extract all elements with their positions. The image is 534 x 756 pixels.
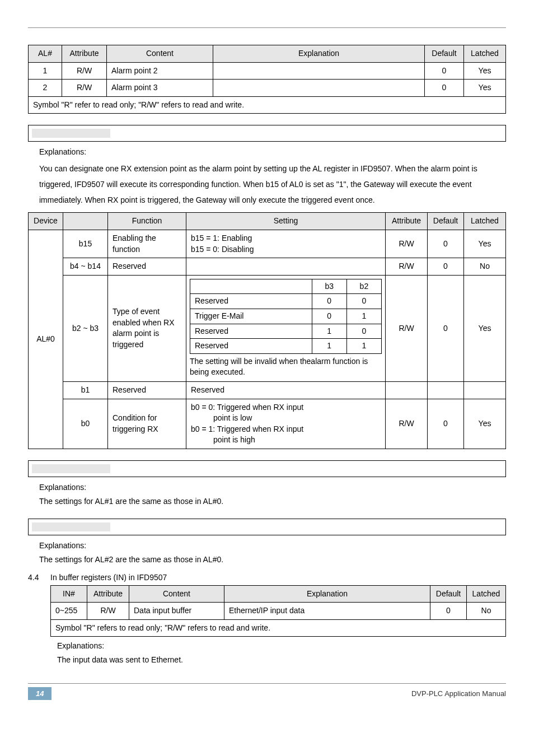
- header-rule: [28, 22, 506, 28]
- cell: Reserved: [190, 324, 312, 339]
- th: IN#: [51, 585, 87, 603]
- cell: b2: [346, 279, 381, 294]
- manual-title: DVP-PLC Application Manual: [411, 689, 506, 698]
- explanation-para: The settings for AL#2 are the same as th…: [39, 553, 506, 566]
- table-row: 0~255 R/W Data input buffer Ethernet/IP …: [51, 603, 506, 620]
- page-number: 14: [28, 687, 51, 700]
- cell: 1: [312, 339, 346, 354]
- device-table: Device Function Setting Attribute Defaul…: [28, 212, 506, 449]
- table-footnote: Symbol "R" refers to read only; "R/W" re…: [51, 619, 506, 637]
- cell: 0: [425, 80, 464, 97]
- explanations-heading: Explanations:: [57, 641, 506, 650]
- cell: [186, 258, 386, 276]
- th: Default: [428, 213, 464, 230]
- th: Device: [29, 213, 63, 230]
- cell: b3: [312, 279, 346, 294]
- th: Function: [108, 213, 186, 230]
- bit-subtable: b3 b2 Reserved 0 0 Trigger E-Mail 0 1 Re…: [190, 279, 382, 354]
- cell: 0: [428, 230, 464, 258]
- subtable-note: The setting will be invalid when thealar…: [190, 356, 382, 378]
- gray-bar: [32, 129, 110, 138]
- th: Latched: [467, 585, 506, 603]
- cell: b3 b2 Reserved 0 0 Trigger E-Mail 0 1 Re…: [186, 275, 386, 381]
- cell: 0~255: [51, 603, 87, 620]
- th: Attribute: [386, 213, 428, 230]
- cell: Yes: [464, 80, 506, 97]
- th: Content: [129, 585, 224, 603]
- cell: Reserved: [190, 339, 312, 354]
- cell: R/W: [386, 399, 428, 449]
- th-al: AL#: [29, 45, 62, 63]
- cell: Reserved: [186, 381, 386, 399]
- cell: b2 ~ b3: [63, 275, 108, 381]
- th: Explanation: [224, 585, 430, 603]
- cell: Type of event enabled when RX alarm poin…: [108, 275, 186, 381]
- cell: R/W: [87, 603, 129, 620]
- cell: Yes: [464, 62, 506, 80]
- cell: 0: [425, 62, 464, 80]
- section-title: In buffer registers (IN) in IFD9507: [50, 573, 167, 582]
- explanations-heading: Explanations:: [39, 147, 506, 156]
- cell: [213, 80, 425, 97]
- cell: [428, 381, 464, 399]
- cell: Yes: [464, 399, 506, 449]
- cell: No: [464, 258, 506, 276]
- cell: 0: [312, 294, 346, 309]
- th-expl: Explanation: [213, 45, 425, 63]
- table-row: 1 R/W Alarm point 2 0 Yes: [29, 62, 506, 80]
- setting-line: b15 = 1: Enabling: [191, 234, 252, 242]
- section-heading: 4.4 In buffer registers (IN) in IFD9507: [28, 573, 506, 582]
- cell: R/W: [386, 275, 428, 381]
- explanation-para: The settings for AL#1 are the same as th…: [39, 495, 506, 507]
- cell: Alarm point 3: [107, 80, 213, 97]
- cell: R/W: [62, 80, 107, 97]
- th: [63, 213, 108, 230]
- cell: 2: [29, 80, 62, 97]
- th-attr: Attribute: [62, 45, 107, 63]
- cell: b1: [63, 381, 108, 399]
- cell: 1: [29, 62, 62, 80]
- cell: R/W: [386, 258, 428, 276]
- cell: [190, 279, 312, 294]
- cell: Reserved: [108, 258, 186, 276]
- explanations-heading: Explanations:: [39, 541, 506, 550]
- setting-line: point is low: [191, 413, 252, 422]
- setting-line: point is high: [191, 435, 255, 444]
- table-row: b0 Condition for triggering RX b0 = 0: T…: [29, 399, 506, 449]
- table-row: b1 Reserved Reserved: [29, 381, 506, 399]
- cell: Enabling the function: [108, 230, 186, 258]
- alarm-table: AL# Attribute Content Explanation Defaul…: [28, 45, 506, 114]
- th-content: Content: [107, 45, 213, 63]
- cell: Yes: [464, 230, 506, 258]
- table-row: b2 ~ b3 Type of event enabled when RX al…: [29, 275, 506, 381]
- cell: 0: [312, 309, 346, 324]
- page-footer: 14 DVP-PLC Application Manual: [28, 683, 506, 700]
- cell: No: [467, 603, 506, 620]
- cell: [464, 381, 506, 399]
- cell: Yes: [464, 275, 506, 381]
- table-row: b4 ~ b14 Reserved R/W 0 No: [29, 258, 506, 276]
- explanations-heading: Explanations:: [39, 483, 506, 492]
- section-marker: [28, 125, 506, 142]
- explanation-para: You can designate one RX extension point…: [39, 161, 506, 208]
- cell: 1: [346, 309, 381, 324]
- table-row: 2 R/W Alarm point 3 0 Yes: [29, 80, 506, 97]
- cell: 0: [428, 258, 464, 276]
- cell: Trigger E-Mail: [190, 309, 312, 324]
- cell: [386, 381, 428, 399]
- th: Setting: [186, 213, 386, 230]
- cell: Reserved: [190, 294, 312, 309]
- cell: 0: [430, 603, 467, 620]
- cell: b4 ~ b14: [63, 258, 108, 276]
- table-row: AL#0 b15 Enabling the function b15 = 1: …: [29, 230, 506, 258]
- cell: Condition for triggering RX: [108, 399, 186, 449]
- explanation-para: The input data was sent to Ethernet.: [57, 654, 506, 666]
- cell: R/W: [62, 62, 107, 80]
- cell: Alarm point 2: [107, 62, 213, 80]
- cell: Reserved: [108, 381, 186, 399]
- gray-bar: [32, 464, 110, 473]
- cell: 1: [346, 339, 381, 354]
- section-marker: [28, 460, 506, 477]
- cell: b0: [63, 399, 108, 449]
- cell: 0: [428, 399, 464, 449]
